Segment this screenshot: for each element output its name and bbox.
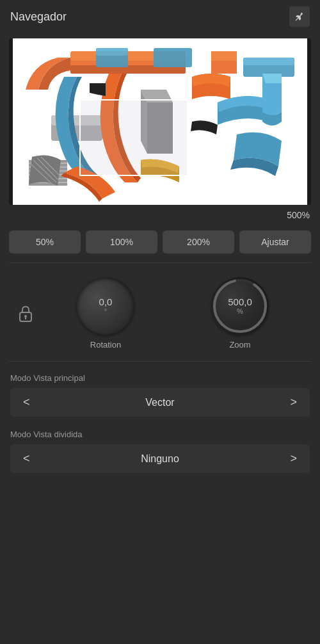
zoom-fit-button[interactable]: Ajustar [239,230,311,254]
zoom-100-button[interactable]: 100% [86,230,157,254]
zoom-knob-group: 500,0 % Zoom [173,277,307,350]
rotation-label: Rotation [90,340,121,350]
svg-rect-6 [211,51,237,61]
rotation-knob-group: 0,0 ° Rotation [38,277,173,350]
main-view-row: < Vector > [10,388,310,417]
pin-button[interactable] [289,6,310,27]
rotation-value: 0,0 [99,297,113,308]
zoom-knob-label: Zoom [229,340,250,350]
main-view-prev-button[interactable]: < [20,396,33,409]
zoom-200-button[interactable]: 200% [163,230,234,254]
zoom-percentage-label: 500% [0,207,320,225]
main-view-value: Vector [33,397,288,408]
zoom-arc [211,277,269,335]
split-view-section: Modo Vista dividida < Ninguno > [0,422,320,478]
svg-point-26 [24,315,27,318]
lock-icon[interactable] [13,305,38,322]
split-view-next-button[interactable]: > [287,452,300,465]
preview-artwork [9,38,311,205]
rotation-unit: ° [104,307,107,315]
divider-1 [9,262,311,263]
pin-icon [294,11,305,22]
split-view-prev-button[interactable]: < [20,452,33,465]
divider-2 [9,361,311,362]
svg-point-29 [214,280,266,332]
preview-container[interactable] [9,38,311,205]
main-view-section: Modo Vista principal < Vector > [0,366,320,422]
rotation-knob[interactable]: 0,0 ° [77,277,134,335]
split-view-row: < Ninguno > [10,444,310,473]
zoom-50-button[interactable]: 50% [9,230,81,254]
zoom-buttons-row: 50% 100% 200% Ajustar [0,225,320,259]
zoom-knob[interactable]: 500,0 % [211,277,269,335]
svg-line-0 [296,18,298,20]
panel-header: Navegador [0,0,320,33]
svg-rect-11 [243,58,294,65]
svg-rect-9 [154,48,192,67]
knobs-section: 0,0 ° Rotation 500,0 % Zoom [0,267,320,357]
main-view-title: Modo Vista principal [10,373,310,383]
main-view-next-button[interactable]: > [287,396,300,409]
svg-rect-8 [96,48,128,56]
split-view-value: Ninguno [33,453,288,465]
split-view-title: Modo Vista dividida [10,430,310,439]
panel-title: Navegador [10,10,67,24]
